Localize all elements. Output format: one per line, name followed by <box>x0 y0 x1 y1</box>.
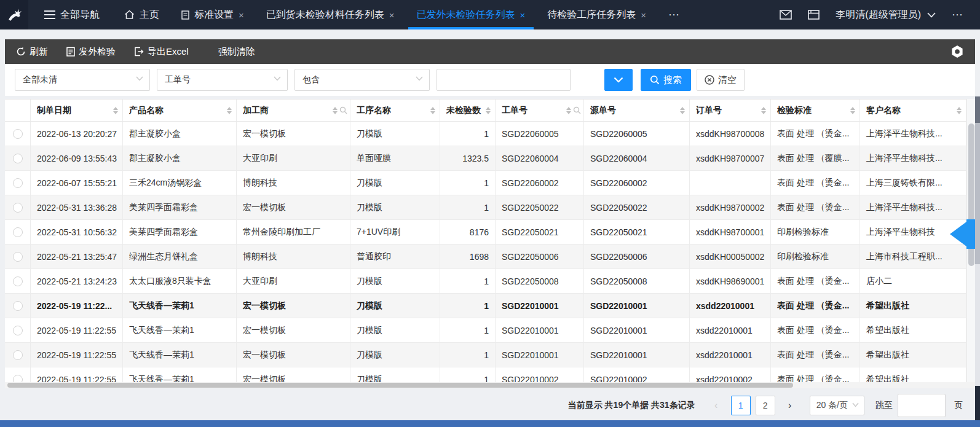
cell-product-name: 郡主凝胶小盒 <box>123 122 237 146</box>
header-product-name[interactable]: 产品名称 <box>123 100 237 121</box>
tab-arrived-uninspected-materials[interactable]: 已到货未检验材料任务列表 × <box>266 0 395 29</box>
row-radio[interactable] <box>13 301 23 311</box>
window-panel-icon[interactable] <box>808 10 820 20</box>
sort-icon[interactable] <box>957 107 962 114</box>
sort-icon[interactable] <box>761 107 766 114</box>
prev-page-button[interactable]: ‹ <box>706 396 726 415</box>
outsource-inspect-button[interactable]: 发外检验 <box>66 46 116 58</box>
table-row[interactable]: 2022-05-21 13:24:23 太太口服液8只装卡盒 大亚印刷 刀模版 … <box>5 269 966 294</box>
all-navigation-button[interactable]: 全部导航 <box>44 9 100 22</box>
chevron-down-icon <box>614 77 623 83</box>
page-button-1[interactable]: 1 <box>731 396 751 415</box>
search-button[interactable]: 搜索 <box>641 69 691 91</box>
table-row[interactable]: 2022-05-19 11:22... 飞天线香—茉莉1 宏一模切板 刀模版 1… <box>5 294 966 318</box>
close-tab-icon[interactable]: × <box>520 10 526 20</box>
app-logo[interactable] <box>0 0 28 29</box>
header-make-date[interactable]: 制单日期 <box>31 100 123 121</box>
next-page-button[interactable]: › <box>780 396 800 415</box>
mail-icon[interactable] <box>780 10 792 20</box>
close-tab-icon[interactable]: × <box>641 10 646 20</box>
sort-icon[interactable] <box>486 107 491 114</box>
row-radio[interactable] <box>13 129 23 139</box>
sort-icon[interactable] <box>566 107 571 114</box>
column-search-icon[interactable] <box>573 106 581 114</box>
sort-icon[interactable] <box>430 107 435 114</box>
tab-standard-settings[interactable]: 标准设置 × <box>181 0 244 29</box>
cell-process-name: 刀模版 <box>350 122 440 146</box>
cell-inspection-standard: 印刷检验标准 <box>771 220 860 244</box>
keyword-input[interactable] <box>437 69 571 91</box>
sort-icon[interactable] <box>850 107 855 114</box>
page-size-select[interactable]: 20 条/页 <box>810 396 864 415</box>
horizontal-scrollbar[interactable] <box>5 382 975 388</box>
expand-panel-arrow-icon[interactable] <box>950 222 966 246</box>
jump-page-input[interactable] <box>898 394 946 417</box>
horizontal-scrollbar-thumb[interactable] <box>7 383 793 388</box>
row-radio[interactable] <box>13 350 23 360</box>
outer-right-scrollbar[interactable] <box>975 96 980 427</box>
header-source-order[interactable]: 源单号 <box>584 100 690 121</box>
close-tab-icon[interactable]: × <box>239 10 244 20</box>
table-row[interactable]: 2022-05-19 11:22:55 飞天线香—茉莉1 宏一模切板 刀模版 1… <box>5 318 966 343</box>
row-radio[interactable] <box>13 252 23 262</box>
row-radio[interactable] <box>13 154 23 163</box>
table-row[interactable]: 2022-05-21 13:25:47 绿洲生态月饼礼盒 博朗科技 普通胶印 1… <box>5 245 966 269</box>
sort-icon[interactable] <box>680 107 685 114</box>
sort-icon[interactable] <box>113 107 118 114</box>
row-radio[interactable] <box>13 203 23 213</box>
field-filter-select[interactable]: 工单号 <box>157 69 288 91</box>
export-excel-button[interactable]: 导出Excel <box>134 46 189 58</box>
table-row[interactable]: 2022-06-07 15:55:21 三禾24cm汤锅彩盒 博朗科技 刀模版 … <box>5 171 966 195</box>
row-select-cell <box>5 220 31 244</box>
clear-button[interactable]: 清空 <box>697 69 745 91</box>
bottom-accent-strip <box>0 420 980 427</box>
operator-filter-select[interactable]: 包含 <box>294 69 430 91</box>
cell-process-name: 刀模版 <box>350 195 440 219</box>
row-radio[interactable] <box>13 276 23 286</box>
page-button-2[interactable]: 2 <box>756 396 775 415</box>
header-process-name[interactable]: 工序名称 <box>350 100 440 121</box>
cell-work-order: SGD22010001 <box>496 343 584 367</box>
expand-panel-bar[interactable] <box>966 219 975 249</box>
table-row[interactable]: 2022-05-31 13:36:28 美莱四季面霜彩盒 宏一模切板 刀模版 1… <box>5 195 966 220</box>
status-filter-value: 全部未清 <box>23 74 57 85</box>
sort-icon[interactable] <box>227 107 232 114</box>
cell-work-order: SGD22050022 <box>496 195 584 219</box>
table-row[interactable]: 2022-06-13 20:20:27 郡主凝胶小盒 宏一模切板 刀模版 1 S… <box>5 122 966 146</box>
more-actions-button[interactable]: ⋯ <box>952 8 964 22</box>
header-sales-order[interactable]: 订单号 <box>690 100 771 121</box>
row-radio[interactable] <box>13 178 23 188</box>
tab-label: 已发外未检验任务列表 <box>417 9 515 22</box>
status-filter-select[interactable]: 全部未清 <box>15 69 150 91</box>
user-menu[interactable]: 李明清(超级管理员) <box>836 9 936 22</box>
header-uninspected-qty[interactable]: 未检验数 <box>440 100 496 121</box>
more-tabs-button[interactable]: ⋯ <box>668 8 681 22</box>
cell-processor: 大亚印刷 <box>237 146 350 170</box>
tab-label: 标准设置 <box>194 9 234 22</box>
sort-icon[interactable] <box>333 107 338 114</box>
outer-scrollbar-thumb[interactable] <box>975 96 980 123</box>
table-row[interactable]: 2022-05-19 11:22:55 飞天线香—茉莉1 宏一模切板 刀模版 1… <box>5 343 966 367</box>
table-row[interactable]: 2022-06-09 13:55:43 郡主凝胶小盒 大亚印刷 单面哑膜 132… <box>5 146 966 171</box>
tab-home[interactable]: 主页 <box>124 0 159 29</box>
cell-product-name: 飞天线香—茉莉1 <box>123 343 237 367</box>
row-radio[interactable] <box>13 227 23 237</box>
table-body: 2022-06-13 20:20:27 郡主凝胶小盒 宏一模切板 刀模版 1 S… <box>5 122 966 388</box>
row-radio[interactable] <box>13 326 23 335</box>
cell-customer-name: 上海泽平生物科技... <box>860 122 966 146</box>
header-customer-name[interactable]: 客户名称 <box>860 100 966 121</box>
cell-make-date: 2022-05-19 11:22... <box>31 294 123 318</box>
header-inspection-standard[interactable]: 检验标准 <box>771 100 860 121</box>
close-tab-icon[interactable]: × <box>389 10 395 20</box>
refresh-button[interactable]: 刷新 <box>16 46 48 58</box>
column-search-icon[interactable] <box>339 106 347 114</box>
tab-outsourced-uninspected-tasks[interactable]: 已发外未检验任务列表 × <box>417 0 526 29</box>
force-clear-button[interactable]: 强制清除 <box>218 46 255 58</box>
cell-processor: 常州金陵印刷加工厂 <box>237 220 350 244</box>
header-work-order[interactable]: 工单号 <box>496 100 584 121</box>
header-processor[interactable]: 加工商 <box>237 100 350 121</box>
gear-icon[interactable] <box>950 45 964 58</box>
table-row[interactable]: 2022-05-31 10:56:32 美莱四季面霜彩盒 常州金陵印刷加工厂 7… <box>5 220 966 245</box>
expand-filters-button[interactable] <box>604 69 633 91</box>
tab-pending-process-tasks[interactable]: 待检验工序任务列表 × <box>547 0 646 29</box>
